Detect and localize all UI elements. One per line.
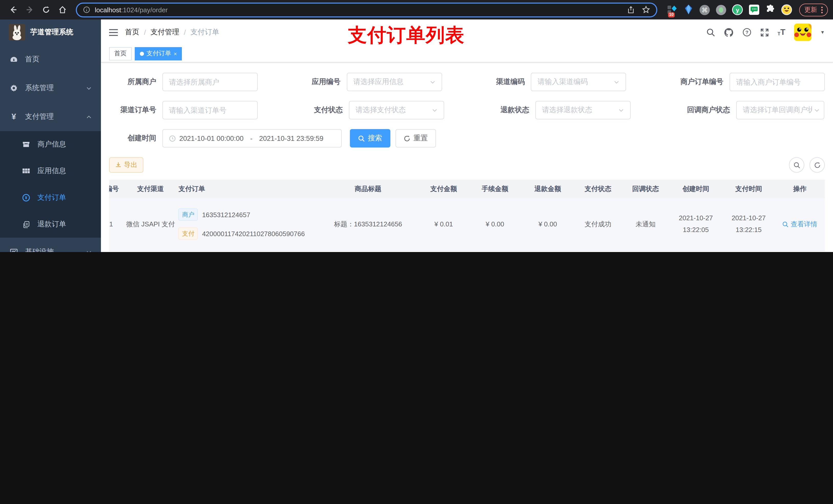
avatar[interactable] [794, 24, 811, 41]
cell-amount: ¥ 0.01 [419, 250, 469, 252]
sidebar-item-pay-order[interactable]: ¥ 支付订单 [0, 184, 101, 211]
command-extension-icon[interactable]: ⌘ [699, 4, 710, 15]
sidebar-item-merchant-info[interactable]: 商户信息 [0, 131, 101, 158]
sidebar-fold-icon[interactable] [109, 28, 118, 36]
home-icon[interactable] [56, 3, 69, 16]
table-header: 编号 支付渠道 支付订单 商品标题 支付金额 手续金额 退款金额 支付状态 回调… [109, 180, 825, 198]
svg-text:⌘: ⌘ [701, 6, 708, 13]
sidebar-item-label: 首页 [25, 55, 40, 64]
browser-menu-icon[interactable] [821, 6, 823, 13]
app-logo [9, 24, 25, 41]
table-row[interactable]: 20 微信 JSAPI 支付 商户1635311949168 支付4200001… [109, 250, 825, 252]
update-label: 更新 [804, 5, 817, 14]
chevron-down-icon [86, 85, 92, 91]
extension-tiles-icon[interactable]: 10 [667, 4, 677, 15]
forward-icon[interactable] [23, 3, 37, 16]
filter-label: 回调商户状态 [669, 105, 736, 115]
browser-update-button[interactable]: 更新 [799, 3, 828, 16]
address-bar[interactable]: localhost:1024/pay/order [76, 2, 657, 17]
bookmark-star-icon[interactable] [642, 6, 650, 14]
sidebar-item-infra[interactable]: 基础设施 [0, 238, 101, 252]
tag-home[interactable]: 首页 [109, 47, 132, 60]
dot-extension-icon[interactable] [716, 4, 727, 15]
github-icon[interactable] [724, 27, 734, 37]
cell-channel: 微信 JSAPI 支付 [123, 250, 178, 252]
cell-fee: ¥ 0.00 [469, 198, 521, 250]
url-host: localhost [95, 6, 121, 14]
fullscreen-icon[interactable] [760, 28, 769, 37]
date-range-picker[interactable]: 2021-10-01 00:00:00 - 2021-10-31 23:59:5… [162, 129, 342, 147]
reload-icon[interactable] [40, 3, 53, 16]
sidebar-item-app-info[interactable]: 应用信息 [0, 158, 101, 184]
chevron-down-icon [618, 107, 624, 113]
merchant-order-no-input[interactable] [730, 73, 825, 91]
gem-extension-icon[interactable] [683, 4, 694, 15]
app-no-select[interactable]: 请选择应用信息 [347, 73, 442, 91]
sidebar-item-label: 退款订单 [38, 220, 66, 229]
yen-circle-icon: ¥ [22, 194, 31, 202]
help-icon[interactable]: ? [742, 28, 752, 37]
tag-close-icon[interactable]: × [174, 50, 177, 56]
sidebar-item-home[interactable]: 首页 [0, 45, 101, 74]
back-icon[interactable] [7, 3, 20, 16]
cell-order: 商户1635312124657 支付4200001174202110278060… [178, 209, 317, 240]
chevron-down-icon [614, 79, 620, 85]
search-icon[interactable] [707, 28, 715, 37]
filter-merchant: 所属商户 [109, 73, 258, 91]
filter-row-1: 所属商户 应用编号 请选择应用信息 渠道编码 [109, 73, 825, 91]
filter-label: 应用编号 [293, 77, 347, 87]
filter-merchant-order-no: 商户订单编号 [662, 73, 825, 91]
col-created: 创建时间 [669, 180, 722, 198]
navbar-actions: ? TT ▼ [707, 24, 825, 41]
cell-title: 标题：1635312124656 [317, 198, 419, 250]
sidebar-item-refund-order[interactable]: 退款订单 [0, 211, 101, 238]
chat-extension-icon[interactable] [748, 4, 759, 15]
cell-paid: 2021-10-2713:22:15 [722, 213, 775, 236]
caret-down-icon[interactable]: ▼ [820, 30, 825, 35]
breadcrumb-home[interactable]: 首页 [125, 28, 139, 37]
channel-code-select[interactable]: 请输入渠道编码 [531, 73, 626, 91]
cell-fee: ¥ 0.00 [469, 250, 521, 252]
vue-devtools-icon[interactable]: y [732, 4, 743, 15]
cell-status: 支付成功 [574, 198, 622, 250]
cell-status: 支付成功 [574, 250, 622, 252]
site-info-icon[interactable] [83, 6, 90, 13]
tag-pay-order[interactable]: 支付订单 × [135, 47, 182, 60]
view-detail-link[interactable]: 查看详情 [783, 220, 817, 229]
pay-submenu: 商户信息 应用信息 ¥ 支付订单 [0, 131, 101, 238]
reset-button[interactable]: 重置 [396, 129, 436, 147]
extension-icons: 10 ⌘ y [667, 4, 792, 15]
search-button[interactable]: 搜索 [350, 129, 390, 147]
export-button[interactable]: 导出 [109, 157, 143, 173]
filter-create-time: 创建时间 2021-10-01 00:00:00 - 2021-10-31 23… [109, 129, 342, 147]
filter-label: 创建时间 [109, 134, 162, 143]
app-logo-row[interactable]: 芋道管理系统 [0, 20, 101, 45]
sidebar-item-label: 基础设施 [25, 247, 54, 252]
toggle-search-button[interactable] [789, 157, 804, 173]
refund-status-select[interactable]: 请选择退款状态 [536, 101, 630, 119]
refresh-button[interactable] [809, 157, 825, 173]
breadcrumb: 首页 / 支付管理 / 支付订单 [125, 28, 219, 37]
table-row[interactable]: 21 微信 JSAPI 支付 商户1635312124657 支付4200001… [109, 198, 825, 250]
share-icon[interactable] [627, 6, 635, 14]
merchant-select[interactable] [162, 73, 258, 91]
breadcrumb-pay[interactable]: 支付管理 [151, 28, 179, 37]
sidebar-item-system[interactable]: 系统管理 [0, 74, 101, 102]
notify-status-select[interactable]: 请选择订单回调商户状态 [736, 101, 824, 119]
merchant-chip: 商户 [178, 209, 198, 221]
font-size-icon[interactable]: TT [778, 28, 786, 37]
channel-order-no-input[interactable] [162, 101, 258, 119]
chevron-down-icon [430, 79, 435, 85]
page-content: 所属商户 应用编号 请选择应用信息 渠道编码 [101, 63, 833, 252]
col-action: 操作 [775, 180, 825, 198]
screen: localhost:1024/pay/order 10 ⌘ [0, 0, 833, 252]
svg-text:y: y [736, 7, 739, 13]
emoji-extension-icon[interactable] [781, 4, 792, 15]
monitor-icon [9, 248, 19, 252]
extensions-puzzle-icon[interactable] [765, 4, 776, 15]
sidebar-item-pay[interactable]: ¥ 支付管理 [0, 102, 101, 131]
pay-status-select[interactable]: 请选择支付状态 [349, 101, 444, 119]
cell-created: 2021-10-2713:22:05 [669, 213, 722, 236]
filter-app-no: 应用编号 请选择应用信息 [293, 73, 442, 91]
filter-row-3: 创建时间 2021-10-01 00:00:00 - 2021-10-31 23… [109, 129, 825, 147]
